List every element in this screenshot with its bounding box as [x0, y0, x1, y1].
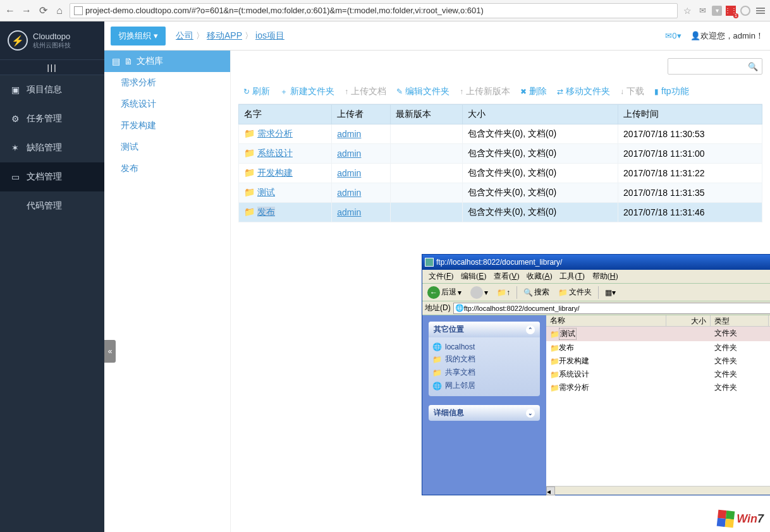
place-link[interactable]: 📁我的文档: [432, 353, 536, 366]
up-tool[interactable]: 📁↑: [494, 288, 513, 297]
message-badge[interactable]: ✉0▾: [665, 31, 681, 40]
file-row[interactable]: 📁测试文件夹1970-1-1 0:00: [546, 327, 770, 341]
uploader-link[interactable]: admin: [337, 129, 361, 139]
mail-ext-icon[interactable]: ✉: [697, 5, 708, 16]
uploader-link[interactable]: admin: [337, 148, 361, 159]
table-row[interactable]: 📁系统设计admin包含文件夹(0), 文档(0)2017/07/18 11:3…: [239, 144, 762, 164]
tree-item-4[interactable]: 发布: [104, 158, 230, 179]
tool-icon: ↑: [460, 87, 463, 96]
other-places-header[interactable]: 其它位置⌃: [429, 322, 540, 337]
uploader-link[interactable]: admin: [337, 188, 361, 198]
red-ext-icon[interactable]: ⋮⋮: [726, 6, 736, 16]
browser-menu-icon[interactable]: [755, 5, 766, 16]
tree-item-2[interactable]: 开发构建: [104, 115, 230, 136]
tool-移动文件夹[interactable]: ⇄移动文件夹: [552, 82, 615, 101]
view-tool[interactable]: ▦▾: [602, 288, 618, 297]
back-button[interactable]: ←: [4, 4, 16, 17]
horizontal-scrollbar[interactable]: ◂ ▸: [546, 486, 770, 495]
tool-刷新[interactable]: ↻刷新: [238, 82, 275, 101]
nav-label: 缺陷管理: [27, 142, 62, 154]
address-field[interactable]: 🌐ftp://localhost:8022/document_library/▾: [453, 303, 770, 314]
folder-icon: 📁: [550, 330, 559, 339]
pocket-ext-icon[interactable]: ▾: [712, 6, 722, 16]
tool-ftp功能[interactable]: ▮ftp功能: [649, 82, 694, 101]
menu-item[interactable]: 帮助(H): [589, 271, 622, 282]
folder-name-link[interactable]: 需求分析: [257, 128, 293, 138]
home-button[interactable]: ⌂: [53, 4, 66, 17]
place-link[interactable]: 🌐localhost: [432, 341, 536, 353]
window-icon: [425, 258, 434, 267]
col-header[interactable]: 最新版本: [390, 105, 462, 124]
folder-name-link[interactable]: 开发构建: [257, 167, 293, 178]
scroll-left-button[interactable]: ◂: [546, 487, 555, 495]
tree-item-0[interactable]: 需求分析: [104, 72, 230, 94]
tool-下载[interactable]: ↓下载: [615, 82, 649, 101]
file-row[interactable]: 📁需求分析文件夹1970-1-1 0:00: [546, 381, 770, 394]
forward-button[interactable]: →: [20, 4, 33, 17]
search-input[interactable]: 🔍: [668, 58, 762, 75]
tool-上传新版本[interactable]: ↑上传新版本: [455, 82, 515, 101]
forward-tool[interactable]: ▾: [468, 286, 491, 299]
doc-tree-header[interactable]: ▤🗎文档库: [104, 51, 230, 72]
menu-item[interactable]: 编辑(E): [457, 271, 490, 282]
menu-item[interactable]: 文件(F): [425, 271, 457, 282]
folders-tool[interactable]: 📁文件夹: [556, 287, 594, 298]
table-row[interactable]: 📁开发构建admin包含文件夹(0), 文档(0)2017/07/18 11:3…: [239, 164, 762, 183]
file-row[interactable]: 📁系统设计文件夹1970-1-1 0:00: [546, 368, 770, 381]
place-link[interactable]: 🌐网上邻居: [432, 379, 536, 392]
folder-name-link[interactable]: 系统设计: [257, 148, 293, 158]
file-row[interactable]: 📁开发构建文件夹1970-1-1 0:00: [546, 354, 770, 368]
file-row[interactable]: 📁发布文件夹1970-1-1 0:00: [546, 341, 770, 354]
col-header[interactable]: 名字: [239, 105, 332, 124]
table-row[interactable]: 📁测试admin包含文件夹(0), 文档(0)2017/07/18 11:31:…: [239, 183, 762, 203]
tool-上传文档[interactable]: ↑上传文档: [339, 82, 391, 101]
table-row[interactable]: 📁需求分析admin包含文件夹(0), 文档(0)2017/07/18 11:3…: [239, 124, 762, 144]
app: ⚡ Cloudtopo 杭州云图科技 ||| ▣项目信息⚙任务管理✶缺陷管理▭文…: [0, 21, 770, 532]
file-col-header[interactable]: 类型: [711, 315, 769, 326]
tool-编辑文件夹[interactable]: ✎编辑文件夹: [391, 82, 455, 101]
file-col-header[interactable]: 名称: [546, 315, 666, 326]
uploader-link[interactable]: admin: [337, 168, 361, 178]
topbar: 切换组织▾ 公司〉移动APP〉ios项目 ✉0▾ 👤欢迎您，admin！: [104, 21, 770, 51]
table-row[interactable]: 📁发布admin包含文件夹(0), 文档(0)2017/07/18 11:31:…: [239, 203, 762, 222]
col-header[interactable]: 上传时间: [618, 105, 762, 124]
col-header[interactable]: 上传者: [332, 105, 390, 124]
tree-item-1[interactable]: 系统设计: [104, 94, 230, 115]
menu-item[interactable]: 工具(T): [556, 271, 588, 282]
address-bar-row: 地址(D) 🌐ftp://localhost:8022/document_lib…: [422, 301, 770, 315]
menu-item[interactable]: 查看(V): [490, 271, 523, 282]
back-tool[interactable]: ←后退▾: [425, 286, 464, 299]
sidebar-collapse[interactable]: |||: [0, 60, 104, 75]
nav-item-2[interactable]: ✶缺陷管理: [0, 133, 104, 162]
tool-新建文件夹[interactable]: ＋新建文件夹: [275, 82, 339, 101]
breadcrumb-link[interactable]: ios项目: [255, 30, 284, 40]
nav-item-3[interactable]: ▭文档管理: [0, 162, 104, 191]
grey-ext-icon[interactable]: [740, 5, 751, 16]
search-tool[interactable]: 🔍搜索: [521, 287, 552, 298]
folder-name-link[interactable]: 测试: [257, 187, 275, 197]
uploader-link[interactable]: admin: [337, 207, 361, 217]
nav-item-0[interactable]: ▣项目信息: [0, 75, 104, 104]
folder-icon: 📁: [244, 187, 255, 197]
nav-item-4[interactable]: 代码管理: [0, 191, 104, 221]
place-link[interactable]: 📁共享文档: [432, 366, 536, 379]
watermark: Win7: [718, 511, 764, 527]
nav-label: 文档管理: [27, 171, 62, 183]
panel-collapse-button[interactable]: «: [104, 340, 116, 363]
url-bar[interactable]: project-demo.cloudtopo.com/#?o=601&n=(t:…: [70, 3, 678, 18]
breadcrumb-link[interactable]: 公司: [176, 30, 193, 40]
tool-删除[interactable]: ✖删除: [515, 82, 552, 101]
menu-item[interactable]: 收藏(A): [523, 271, 556, 282]
breadcrumb-link[interactable]: 移动APP: [207, 30, 242, 40]
tree-item-3[interactable]: 测试: [104, 136, 230, 158]
nav-item-1[interactable]: ⚙任务管理: [0, 104, 104, 133]
reload-button[interactable]: ⟳: [37, 4, 49, 17]
org-switch-button[interactable]: 切换组织▾: [111, 27, 166, 45]
file-col-header[interactable]: 大小: [666, 315, 711, 326]
window-titlebar[interactable]: ftp://localhost:8022/document_library/ _…: [422, 255, 770, 270]
col-header[interactable]: 大小: [463, 105, 618, 124]
bookmark-icon[interactable]: ☆: [681, 5, 693, 16]
folder-name-link[interactable]: 发布: [257, 207, 275, 217]
brand-logo[interactable]: ⚡ Cloudtopo 杭州云图科技: [0, 21, 104, 60]
details-header[interactable]: 详细信息⌄: [429, 405, 540, 421]
